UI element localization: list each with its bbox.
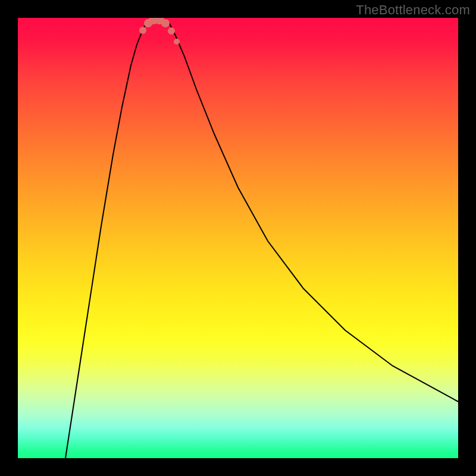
marker-dot — [139, 27, 146, 34]
chart-svg — [18, 18, 458, 458]
marker-group — [139, 18, 180, 45]
watermark-text: TheBottleneck.com — [356, 2, 470, 18]
marker-dot — [174, 39, 180, 45]
curve-left-branch — [65, 19, 150, 458]
chart-background — [18, 18, 458, 458]
marker-dot — [168, 27, 175, 35]
curve-right-branch — [165, 19, 458, 402]
marker-dot — [161, 19, 170, 27]
